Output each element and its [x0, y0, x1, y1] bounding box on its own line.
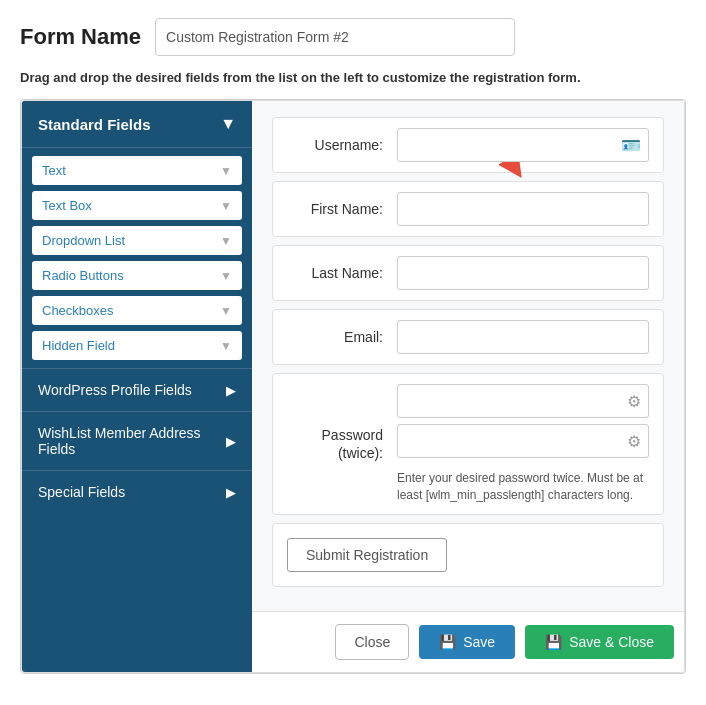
special-fields-arrow: ▶ — [226, 485, 236, 500]
field-arrow-text: ▼ — [220, 164, 232, 178]
sidebar-item-dropdown-list[interactable]: Dropdown List ▼ — [32, 226, 242, 255]
field-arrow-hidden: ▼ — [220, 339, 232, 353]
save-button[interactable]: 💾 Save — [419, 625, 515, 659]
lastname-label: Last Name: — [287, 265, 397, 281]
wl-address-group: WishList Member Address Fields ▶ — [22, 411, 252, 470]
password-section: Password(twice): ⚙ ⚙ Enter — [272, 373, 664, 515]
wp-profile-arrow: ▶ — [226, 383, 236, 398]
password-label: Password(twice): — [287, 426, 397, 462]
standard-fields-chevron: ▼ — [220, 115, 236, 133]
wp-profile-header[interactable]: WordPress Profile Fields ▶ — [22, 369, 252, 411]
content-area: Username: 🪪 First Name: — [252, 101, 684, 611]
password-input-1-wrapper: ⚙ — [397, 384, 649, 418]
save-close-button[interactable]: 💾 Save & Close — [525, 625, 674, 659]
email-row: Email: — [272, 309, 664, 365]
field-arrow-text-box: ▼ — [220, 199, 232, 213]
wl-address-header[interactable]: WishList Member Address Fields ▶ — [22, 412, 252, 470]
sidebar: Standard Fields ▼ Text ▼ Text Box ▼ — [22, 101, 252, 672]
username-input-wrapper: 🪪 — [397, 128, 649, 162]
special-fields-header[interactable]: Special Fields ▶ — [22, 471, 252, 513]
username-label: Username: — [287, 137, 397, 153]
password-input-2-wrapper: ⚙ — [397, 424, 649, 458]
wl-address-arrow: ▶ — [226, 434, 236, 449]
save-close-icon: 💾 — [545, 634, 562, 650]
bottom-bar: Close 💾 Save 💾 Save & Close — [252, 611, 684, 672]
firstname-input[interactable] — [397, 192, 649, 226]
standard-fields-header[interactable]: Standard Fields ▼ — [22, 101, 252, 148]
sidebar-item-text-box[interactable]: Text Box ▼ — [32, 191, 242, 220]
username-row: Username: 🪪 — [272, 117, 664, 173]
email-input[interactable] — [397, 320, 649, 354]
sidebar-item-radio-buttons[interactable]: Radio Buttons ▼ — [32, 261, 242, 290]
save-icon: 💾 — [439, 634, 456, 650]
email-input-wrapper — [397, 320, 649, 354]
submit-registration-button[interactable]: Submit Registration — [287, 538, 447, 572]
username-icon: 🪪 — [621, 136, 641, 155]
field-arrow-checkboxes: ▼ — [220, 304, 232, 318]
password-input-1[interactable] — [397, 384, 649, 418]
password-inputs: ⚙ ⚙ Enter your desired password twice. M… — [397, 384, 649, 504]
password-icon-1: ⚙ — [627, 392, 641, 411]
firstname-input-wrapper — [397, 192, 649, 226]
email-label: Email: — [287, 329, 397, 345]
lastname-row: Last Name: — [272, 245, 664, 301]
username-input[interactable] — [397, 128, 649, 162]
sidebar-item-text[interactable]: Text ▼ — [32, 156, 242, 185]
save-close-label: Save & Close — [569, 634, 654, 650]
save-label: Save — [463, 634, 495, 650]
lastname-input-wrapper — [397, 256, 649, 290]
close-button[interactable]: Close — [335, 624, 409, 660]
firstname-label: First Name: — [287, 201, 397, 217]
sidebar-item-hidden-field[interactable]: Hidden Field ▼ — [32, 331, 242, 360]
special-fields-group: Special Fields ▶ — [22, 470, 252, 513]
wp-profile-group: WordPress Profile Fields ▶ — [22, 368, 252, 411]
field-arrow-radio: ▼ — [220, 269, 232, 283]
firstname-row: First Name: — [272, 181, 664, 237]
instructions-text: Drag and drop the desired fields from th… — [20, 70, 686, 85]
password-icon-2: ⚙ — [627, 432, 641, 451]
lastname-input[interactable] — [397, 256, 649, 290]
standard-fields-label: Standard Fields — [38, 116, 151, 133]
password-input-2[interactable] — [397, 424, 649, 458]
form-name-label: Form Name — [20, 24, 141, 50]
sidebar-item-checkboxes[interactable]: Checkboxes ▼ — [32, 296, 242, 325]
password-hint: Enter your desired password twice. Must … — [397, 470, 649, 504]
field-list: Text ▼ Text Box ▼ Dropdown List ▼ — [22, 148, 252, 368]
form-name-input[interactable] — [155, 18, 515, 56]
field-arrow-dropdown: ▼ — [220, 234, 232, 248]
submit-area: Submit Registration — [272, 523, 664, 587]
